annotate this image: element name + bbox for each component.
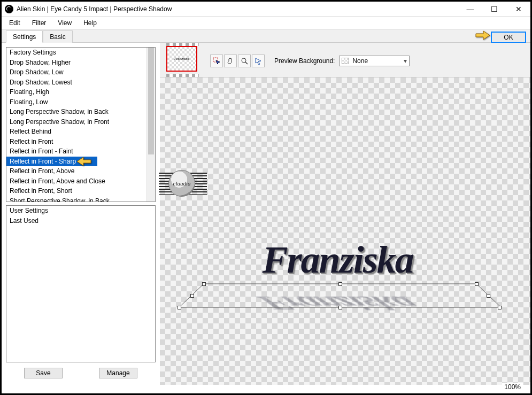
menu-view[interactable]: View bbox=[56, 18, 74, 28]
preview-toolbar: Preview Background: None bbox=[210, 55, 410, 67]
svg-line-2 bbox=[245, 62, 248, 64]
preset-item[interactable]: Drop Shadow, Low bbox=[6, 67, 155, 78]
menubar: Edit Filter View Help bbox=[2, 17, 530, 30]
user-header: User Settings bbox=[6, 206, 155, 216]
preset-item[interactable]: Reflect Behind bbox=[6, 127, 155, 137]
transform-handle[interactable] bbox=[475, 282, 479, 286]
thumbnail-strip[interactable]: Franziska bbox=[164, 43, 204, 77]
transform-handle[interactable] bbox=[190, 294, 194, 298]
left-pane: Factory Settings Drop Shadow, Higher Dro… bbox=[2, 43, 160, 385]
menu-help[interactable]: Help bbox=[81, 18, 99, 28]
watermark-stamp: claudia bbox=[159, 167, 207, 199]
preset-item[interactable]: Reflect in Front - Faint bbox=[6, 146, 155, 157]
arrow-tool-icon[interactable] bbox=[252, 55, 265, 67]
preview-canvas[interactable]: Franziska Franziska bbox=[160, 77, 530, 385]
thumbnail-label: Franziska bbox=[174, 57, 189, 60]
user-preset-item[interactable]: Last Used bbox=[6, 216, 155, 226]
factory-settings-list[interactable]: Factory Settings Drop Shadow, Higher Dro… bbox=[6, 47, 156, 202]
zoom-level[interactable]: 100% bbox=[502, 383, 523, 391]
factory-header: Factory Settings bbox=[6, 48, 155, 58]
transform-handle[interactable] bbox=[487, 294, 490, 298]
svg-point-1 bbox=[242, 58, 246, 63]
preset-item[interactable]: Reflect in Front, Short bbox=[6, 186, 155, 196]
preview-bg-label: Preview Background: bbox=[274, 57, 335, 65]
app-icon bbox=[5, 5, 13, 13]
preset-item[interactable]: Drop Shadow, Lowest bbox=[6, 78, 155, 88]
hand-tool-icon[interactable] bbox=[224, 55, 237, 67]
window-title: Alien Skin | Eye Candy 5 Impact | Perspe… bbox=[17, 5, 458, 13]
preview-bg-value: None bbox=[352, 57, 368, 65]
scrollbar[interactable] bbox=[147, 48, 155, 202]
preset-item[interactable]: Reflect in Front, Above and Close bbox=[6, 176, 155, 187]
watermark-label: claudia bbox=[173, 180, 191, 187]
maximize-button[interactable]: ☐ bbox=[482, 2, 506, 17]
transform-handle[interactable] bbox=[338, 282, 342, 286]
close-button[interactable]: ✕ bbox=[506, 2, 530, 17]
preset-item[interactable]: Floating, High bbox=[6, 87, 155, 97]
right-pane: Franziska Preview Background: None F bbox=[160, 43, 530, 385]
tab-settings[interactable]: Settings bbox=[6, 30, 43, 43]
transform-handle[interactable] bbox=[338, 306, 342, 309]
menu-filter[interactable]: Filter bbox=[30, 18, 49, 28]
preset-item[interactable]: Drop Shadow, Higher bbox=[6, 58, 155, 68]
minimize-button[interactable]: — bbox=[458, 2, 482, 17]
pointer-annotation-ok bbox=[475, 29, 491, 43]
preview-text: Franziska bbox=[263, 238, 413, 282]
preset-item-selected[interactable]: Reflect in Front - Sharp bbox=[6, 157, 97, 167]
left-buttons: Save Manage bbox=[6, 366, 156, 381]
transform-handle[interactable] bbox=[202, 282, 206, 286]
user-settings-list[interactable]: User Settings Last Used bbox=[6, 205, 156, 362]
transform-handle[interactable] bbox=[178, 306, 181, 309]
preset-item[interactable]: Long Perspective Shadow, in Front bbox=[6, 117, 155, 127]
transparency-swatch-icon bbox=[342, 58, 349, 64]
preset-item[interactable]: Short Perspective Shadow, in Back bbox=[6, 196, 155, 203]
preset-item[interactable]: Reflect in Front, Above bbox=[6, 166, 155, 176]
thumbnail-selected[interactable]: Franziska bbox=[166, 46, 197, 72]
titlebar: Alien Skin | Eye Candy 5 Impact | Perspe… bbox=[2, 2, 530, 17]
tab-basic[interactable]: Basic bbox=[43, 30, 72, 43]
zoom-tool-icon[interactable] bbox=[238, 55, 251, 67]
tab-strip: Settings Basic OK Cancel bbox=[2, 30, 530, 43]
ok-button[interactable]: OK bbox=[491, 32, 526, 43]
selection-tool-icon[interactable] bbox=[210, 55, 223, 67]
save-button[interactable]: Save bbox=[24, 368, 63, 378]
menu-edit[interactable]: Edit bbox=[7, 18, 22, 28]
preview-bg-dropdown[interactable]: None bbox=[339, 56, 410, 66]
transform-bbox[interactable] bbox=[179, 283, 501, 308]
preset-item[interactable]: Floating, Low bbox=[6, 97, 155, 107]
preset-item[interactable]: Long Perspective Shadow, in Back bbox=[6, 107, 155, 117]
manage-button[interactable]: Manage bbox=[99, 368, 137, 378]
content-area: Factory Settings Drop Shadow, Higher Dro… bbox=[2, 43, 530, 385]
preset-item[interactable]: Reflect in Front bbox=[6, 137, 155, 147]
transform-handle[interactable] bbox=[498, 306, 502, 309]
